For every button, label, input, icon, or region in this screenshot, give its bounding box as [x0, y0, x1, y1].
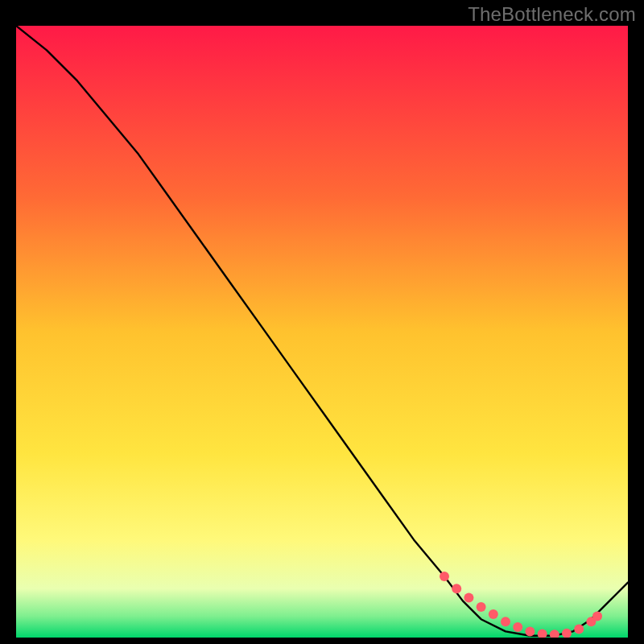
chart-svg: [16, 26, 628, 638]
marker-dot: [489, 609, 498, 619]
marker-dot: [464, 593, 473, 603]
marker-dot: [513, 622, 522, 632]
marker-dot: [477, 602, 486, 612]
marker-dot: [592, 611, 602, 621]
chart-frame: TheBottleneck.com: [0, 0, 644, 644]
marker-dot: [440, 572, 449, 581]
bottleneck-chart: [16, 26, 628, 638]
marker-dot: [525, 626, 535, 636]
marker-dot: [452, 584, 461, 593]
watermark-text: TheBottleneck.com: [468, 3, 636, 26]
marker-dot: [501, 617, 510, 626]
marker-dot: [574, 624, 584, 634]
